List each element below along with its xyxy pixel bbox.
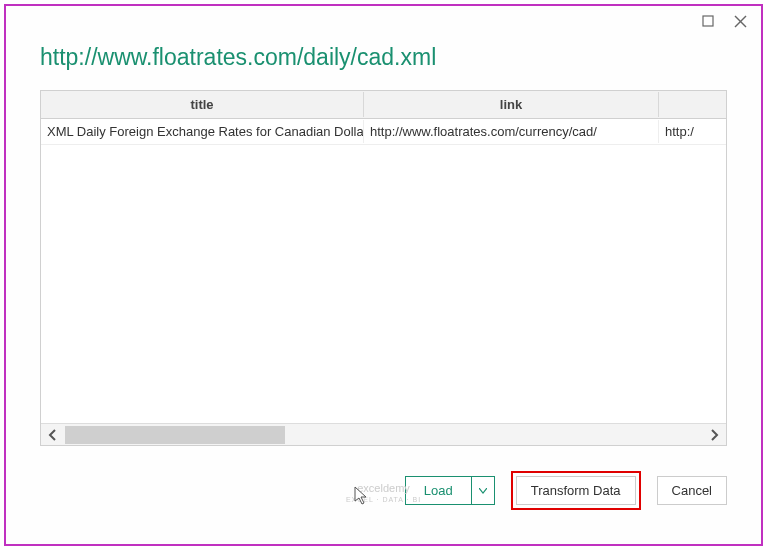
column-header-title[interactable]: title [41, 92, 364, 117]
titlebar-controls [699, 6, 761, 30]
svg-rect-0 [703, 16, 713, 26]
column-header-extra[interactable] [659, 100, 727, 110]
cell-extra: http:/ [659, 120, 727, 143]
transform-highlight: Transform Data [511, 471, 641, 510]
close-button[interactable] [731, 12, 749, 30]
preview-table: title link XML Daily Foreign Exchange Ra… [40, 90, 727, 446]
cell-title: XML Daily Foreign Exchange Rates for Can… [41, 120, 364, 143]
load-button-group: Load [405, 476, 495, 505]
footer-buttons: Load Transform Data Cancel [405, 471, 727, 510]
table-row[interactable]: XML Daily Foreign Exchange Rates for Can… [41, 119, 726, 145]
dialog-window: http://www.floatrates.com/daily/cad.xml … [4, 4, 763, 546]
horizontal-scrollbar[interactable] [41, 423, 726, 445]
cursor-icon [354, 486, 370, 506]
chevron-down-icon [479, 488, 487, 494]
cell-link: http://www.floatrates.com/currency/cad/ [364, 120, 659, 143]
maximize-button[interactable] [699, 12, 717, 30]
scroll-right-button[interactable] [702, 424, 726, 446]
column-header-link[interactable]: link [364, 92, 659, 117]
scroll-thumb[interactable] [65, 426, 285, 444]
scroll-left-button[interactable] [41, 424, 65, 446]
load-button[interactable]: Load [406, 477, 472, 504]
load-dropdown-button[interactable] [472, 477, 494, 504]
table-header-row: title link [41, 91, 726, 119]
scroll-track[interactable] [65, 424, 702, 446]
cancel-button[interactable]: Cancel [657, 476, 727, 505]
transform-data-button[interactable]: Transform Data [516, 476, 636, 505]
dialog-title: http://www.floatrates.com/daily/cad.xml [6, 6, 761, 71]
